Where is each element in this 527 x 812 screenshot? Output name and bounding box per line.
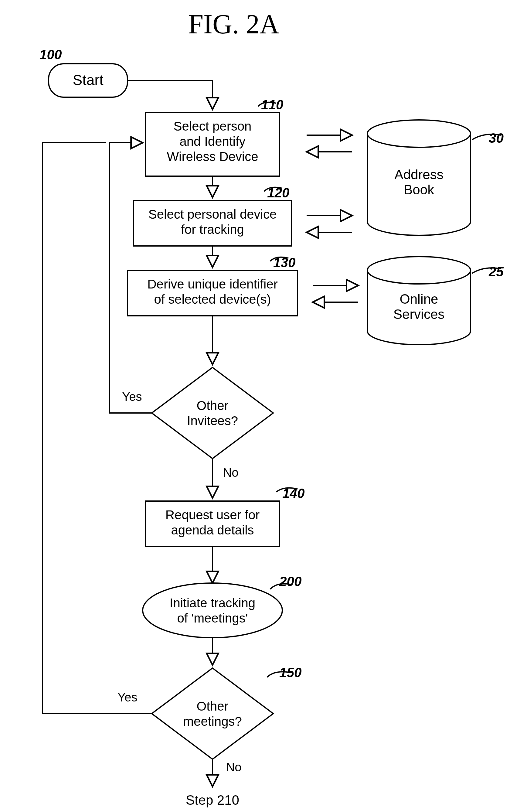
svg-point-24 xyxy=(367,257,470,284)
label-step210: Step 210 xyxy=(186,793,239,808)
ref-30: 30 xyxy=(489,131,503,145)
node-200: Initiate tracking of 'meetings' xyxy=(143,583,282,638)
decision-invitees: Other Invitees? xyxy=(152,367,273,459)
node-start: Start xyxy=(48,64,128,97)
svg-text:Select person: Select person xyxy=(174,119,252,133)
label-yes-2: Yes xyxy=(117,691,137,704)
ref-110: 110 xyxy=(261,97,283,112)
edge-start-110 xyxy=(128,81,213,109)
ref-200: 200 xyxy=(279,574,302,589)
node-120: Select personal device for tracking xyxy=(134,200,291,246)
svg-point-21 xyxy=(367,120,470,147)
svg-text:Select personal device: Select personal device xyxy=(148,207,277,221)
node-130: Derive unique identifier of selected dev… xyxy=(128,270,297,316)
svg-text:and Identify: and Identify xyxy=(179,134,245,148)
ref-100: 100 xyxy=(40,47,62,62)
svg-point-16 xyxy=(143,583,282,638)
svg-text:Other: Other xyxy=(196,699,228,713)
label-no-1: No xyxy=(223,466,238,479)
node-140: Request user for agenda details xyxy=(146,501,279,547)
svg-text:Book: Book xyxy=(404,182,435,197)
svg-text:Address: Address xyxy=(394,167,443,182)
svg-text:Services: Services xyxy=(393,307,445,322)
svg-text:Initiate tracking: Initiate tracking xyxy=(170,596,255,610)
svg-text:of selected device(s): of selected device(s) xyxy=(154,292,271,306)
svg-text:Invitees?: Invitees? xyxy=(187,414,238,428)
start-label: Start xyxy=(73,72,103,88)
svg-text:Request user for: Request user for xyxy=(165,508,260,522)
svg-text:of 'meetings': of 'meetings' xyxy=(177,611,248,625)
decision-150: Other meetings? xyxy=(152,668,273,759)
svg-text:Derive unique identifier: Derive unique identifier xyxy=(147,277,278,291)
ref-25: 25 xyxy=(488,264,503,279)
node-110: Select person and Identify Wireless Devi… xyxy=(146,112,279,176)
db-address-book: Address Book xyxy=(367,120,470,235)
figure-title: FIG. 2A xyxy=(188,9,279,39)
flowchart: FIG. 2A Start 100 Select person and Iden… xyxy=(0,0,527,812)
svg-text:Wireless Device: Wireless Device xyxy=(167,149,258,164)
db-online-services: Online Services xyxy=(367,257,470,345)
svg-text:meetings?: meetings? xyxy=(183,714,242,728)
label-yes-1: Yes xyxy=(122,390,142,403)
svg-text:Online: Online xyxy=(399,291,438,306)
svg-text:for tracking: for tracking xyxy=(181,222,244,236)
svg-text:Other: Other xyxy=(196,398,228,413)
svg-text:agenda details: agenda details xyxy=(171,523,254,537)
label-no-2: No xyxy=(226,760,241,774)
